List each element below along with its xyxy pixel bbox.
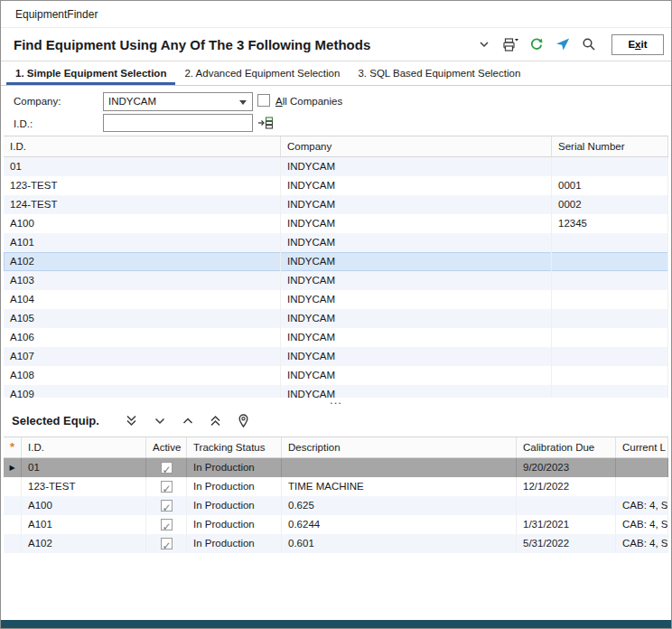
selected-row[interactable]: A101In Production0.62441/31/2021CAB: 4, … — [4, 515, 668, 534]
tab-advanced-equipment-selection[interactable]: 2. Advanced Equipment Selection — [175, 61, 349, 85]
cell-serial-number — [552, 366, 668, 385]
exit-label-rest: it — [641, 39, 648, 50]
equipment-row[interactable]: A100INDYCAM12345 — [4, 214, 668, 233]
cell-id: A101 — [4, 233, 281, 252]
dropdown-chevron-icon[interactable] — [473, 33, 495, 55]
tab-bar: 1. Simple Equipment Selection 2. Advance… — [1, 61, 671, 86]
cell-calibration-due: 12/1/2022 — [517, 477, 616, 496]
tab-simple-equipment-selection[interactable]: 1. Simple Equipment Selection — [6, 61, 175, 85]
active-checkbox[interactable] — [161, 519, 173, 530]
selected-grid: * I.D. Active Tracking Status Descriptio… — [4, 437, 668, 553]
row-indicator — [4, 515, 22, 534]
splitter[interactable]: ... — [1, 398, 671, 405]
equipment-row[interactable]: A101INDYCAM — [4, 233, 668, 252]
cell-serial-number — [552, 328, 668, 347]
equipment-row[interactable]: 01INDYCAM — [4, 157, 668, 176]
send-icon[interactable] — [552, 33, 574, 55]
cell-serial-number — [552, 347, 668, 366]
selected-row[interactable]: A100In Production0.625CAB: 4, SH — [4, 496, 668, 515]
cell-company: INDYCAM — [281, 176, 552, 195]
cell-current-location: CAB: 4, SH — [616, 534, 668, 553]
id-label: I.D.: — [14, 118, 33, 129]
all-companies-label-rest: ll Companies — [283, 96, 342, 107]
cell-id: A101 — [22, 515, 146, 534]
equipment-row[interactable]: A108INDYCAM — [4, 366, 668, 385]
row-indicator — [4, 477, 22, 496]
column-header-id[interactable]: I.D. — [22, 437, 146, 457]
titlebar[interactable]: EquipmentFinder — [1, 1, 671, 28]
active-checkbox[interactable] — [161, 481, 173, 493]
column-header-serial-number[interactable]: Serial Number — [552, 136, 668, 156]
cell-description — [282, 458, 517, 477]
print-icon[interactable] — [499, 33, 521, 55]
cell-active — [146, 534, 187, 553]
equipment-row[interactable]: A107INDYCAM — [4, 347, 668, 366]
equipment-grid-header: I.D. Company Serial Number — [4, 136, 668, 157]
chevron-down-icon — [239, 100, 247, 105]
cell-serial-number — [552, 309, 668, 328]
cell-active — [146, 458, 187, 477]
locate-pin-icon[interactable] — [235, 412, 253, 430]
cell-active — [146, 477, 187, 496]
refresh-icon[interactable] — [526, 33, 547, 55]
toolbar: Exit — [473, 28, 664, 61]
active-checkbox[interactable] — [161, 538, 173, 549]
exit-label-pre: E — [628, 39, 635, 50]
cell-serial-number: 0001 — [552, 176, 668, 195]
selected-row[interactable]: 123-TESTIn ProductionTIME MACHINE12/1/20… — [4, 477, 668, 496]
equipment-row[interactable]: A102INDYCAM — [4, 252, 668, 271]
equipment-row[interactable]: 124-TESTINDYCAM0002 — [4, 195, 668, 214]
column-header-tracking-status[interactable]: Tracking Status — [187, 437, 282, 457]
column-header-active[interactable]: Active — [146, 437, 187, 457]
cell-id: 01 — [4, 157, 281, 176]
company-select[interactable]: INDYCAM — [103, 92, 253, 111]
equipment-grid-body: 01INDYCAM123-TESTINDYCAM0001124-TESTINDY… — [4, 157, 668, 398]
column-header-company[interactable]: Company — [281, 136, 552, 156]
move-all-down-icon[interactable] — [123, 412, 141, 430]
cell-id: A108 — [4, 366, 281, 385]
column-header-description[interactable]: Description — [282, 437, 517, 457]
exit-button[interactable]: Exit — [611, 34, 664, 55]
cell-company: INDYCAM — [281, 214, 552, 233]
row-indicator — [4, 496, 22, 515]
column-header-current-location[interactable]: Current L — [616, 437, 668, 457]
column-header-calibration-due[interactable]: Calibration Due — [517, 437, 616, 457]
active-checkbox[interactable] — [161, 500, 173, 512]
cell-id: A104 — [4, 290, 281, 309]
equipment-row[interactable]: A105INDYCAM — [4, 309, 668, 328]
move-all-up-icon[interactable] — [207, 412, 225, 430]
cell-company: INDYCAM — [281, 366, 552, 385]
cell-current-location: CAB: 4, SH — [616, 496, 668, 515]
cell-description: 0.601 — [282, 534, 517, 553]
cell-id: A109 — [4, 385, 281, 398]
splitter-grip[interactable]: ... — [330, 398, 342, 403]
cell-company: INDYCAM — [281, 347, 552, 366]
cell-id: A102 — [22, 534, 146, 553]
row-indicator: ▶ — [4, 458, 22, 477]
cell-id: A100 — [4, 214, 281, 233]
column-header-id[interactable]: I.D. — [4, 136, 281, 156]
all-companies-checkbox[interactable] — [257, 94, 270, 107]
tab-sql-based-equipment-selection[interactable]: 3. SQL Based Equipment Selection — [349, 61, 529, 85]
equipment-row[interactable]: A104INDYCAM — [4, 290, 668, 309]
equipment-row[interactable]: A103INDYCAM — [4, 271, 668, 290]
equipment-row[interactable]: 123-TESTINDYCAM0001 — [4, 176, 668, 195]
cell-tracking-status: In Production — [187, 496, 282, 515]
selected-row[interactable]: ▶01In Production9/20/2023 — [4, 458, 668, 477]
id-input[interactable] — [103, 114, 253, 132]
selected-row[interactable]: A102In Production0.6015/31/2022CAB: 4, S… — [4, 534, 668, 553]
equipment-row[interactable]: A106INDYCAM — [4, 328, 668, 347]
move-down-icon[interactable] — [151, 412, 169, 430]
cell-company: INDYCAM — [281, 309, 552, 328]
cell-company: INDYCAM — [281, 195, 552, 214]
selected-section-title: Selected Equip. — [12, 414, 99, 427]
active-checkbox[interactable] — [161, 462, 173, 474]
cell-active — [146, 496, 187, 515]
lookup-grid-icon[interactable] — [257, 114, 275, 132]
cell-serial-number — [552, 271, 668, 290]
cell-serial-number — [552, 157, 668, 176]
cell-serial-number — [552, 385, 668, 398]
search-icon[interactable] — [578, 33, 600, 55]
move-up-icon[interactable] — [179, 412, 197, 430]
cell-calibration-due: 5/31/2022 — [517, 534, 616, 553]
